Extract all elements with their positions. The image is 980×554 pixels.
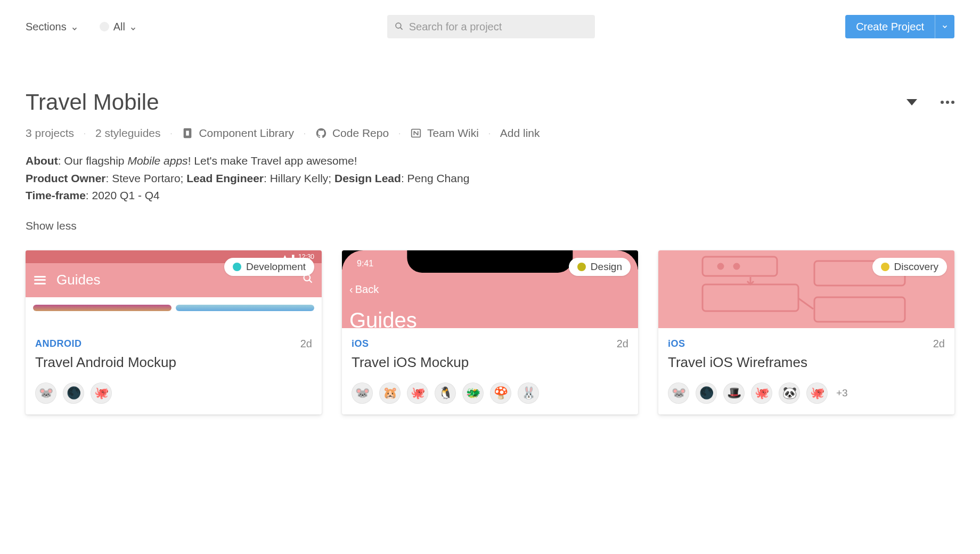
product-owner-label: Product Owner — [26, 172, 106, 184]
chevron-down-icon — [71, 23, 78, 30]
avatar-row: 🐭 🌑 🎩 🐙 🐼 🐙 +3 — [668, 382, 945, 404]
separator: · — [398, 129, 401, 137]
separator: · — [84, 129, 86, 137]
svg-point-0 — [396, 23, 401, 28]
badge-label: Design — [591, 261, 622, 273]
avatar-more-count: +3 — [836, 387, 848, 399]
search-icon — [395, 22, 404, 31]
avatar: 🐙 — [407, 382, 428, 404]
project-card[interactable]: ▲▮12:30 Guides Development ANDROID 2d Tr… — [26, 250, 322, 414]
filter-dropdown[interactable]: All — [100, 21, 137, 33]
projects-count: 3 projects — [26, 127, 74, 140]
collapse-icon[interactable] — [907, 99, 917, 105]
link-component-library[interactable]: Component Library — [182, 127, 294, 140]
svg-line-6 — [309, 280, 312, 282]
github-icon — [315, 127, 327, 139]
add-link-button[interactable]: Add link — [500, 127, 540, 140]
create-project-label: Create Project — [845, 15, 935, 38]
badge-label: Development — [246, 261, 306, 273]
svg-rect-3 — [186, 131, 190, 135]
link-label: Component Library — [199, 127, 294, 140]
avatar: 🐙 — [751, 382, 772, 404]
avatar: 🐙 — [91, 382, 112, 404]
page-header: Travel Mobile 3 projects · 2 styleguides… — [26, 89, 954, 232]
project-card[interactable]: 9:41 ‹Back Guides Design iOS 2d Travel i… — [342, 250, 638, 414]
platform-label: iOS — [352, 338, 369, 349]
card-preview: Discovery — [658, 250, 954, 328]
card-title: Travel Android Mockup — [35, 354, 312, 371]
svg-point-11 — [718, 264, 723, 269]
badge-dot — [577, 263, 586, 271]
separator: · — [304, 129, 306, 137]
about-block: About: Our flagship Mobile apps! Let's m… — [26, 152, 954, 205]
platform-label: ANDROID — [35, 338, 82, 349]
status-badge: Discovery — [872, 258, 947, 276]
lead-engineer-label: Lead Engineer — [186, 172, 264, 184]
avatar: 🐰 — [518, 382, 539, 404]
search-field[interactable] — [387, 15, 595, 38]
card-title: Travel iOS Mockup — [352, 354, 628, 371]
card-time: 2d — [617, 338, 628, 350]
badge-label: Discovery — [894, 261, 938, 273]
more-menu-icon[interactable] — [941, 101, 954, 104]
card-time: 2d — [933, 338, 945, 350]
hamburger-icon — [34, 276, 46, 284]
link-label: Team Wiki — [427, 127, 479, 140]
card-preview: ▲▮12:30 Guides Development — [26, 250, 322, 328]
avatar: 🐧 — [435, 382, 456, 404]
svg-line-1 — [400, 27, 402, 29]
sections-label: Sections — [26, 21, 67, 33]
project-card[interactable]: Discovery iOS 2d Travel iOS Wireframes 🐭… — [658, 250, 954, 414]
status-badge: Design — [569, 258, 631, 276]
page-title: Travel Mobile — [26, 89, 159, 115]
avatar: 🐭 — [668, 382, 689, 404]
link-code-repo[interactable]: Code Repo — [315, 127, 389, 140]
badge-dot — [233, 263, 241, 271]
avatar: 🐙 — [806, 382, 828, 404]
chevron-left-icon: ‹ — [349, 283, 353, 296]
create-project-dropdown[interactable] — [935, 15, 954, 38]
separator: · — [170, 129, 173, 137]
platform-label: iOS — [668, 338, 685, 349]
sections-dropdown[interactable]: Sections — [26, 21, 78, 33]
avatar: 🍄 — [490, 382, 511, 404]
styleguides-count: 2 styleguides — [95, 127, 161, 140]
avatar: 🐭 — [35, 382, 56, 404]
avatar: 🌑 — [63, 382, 84, 404]
filter-label: All — [113, 21, 125, 33]
avatar-row: 🐭 🌑 🐙 — [35, 382, 312, 404]
avatar: 🐼 — [779, 382, 800, 404]
design-lead-label: Design Lead — [334, 172, 401, 184]
avatar: 🌑 — [696, 382, 717, 404]
badge-dot — [881, 263, 889, 271]
status-badge: Development — [224, 258, 314, 276]
topbar: Sections All Create Project — [26, 15, 954, 38]
create-project-button[interactable]: Create Project — [845, 15, 954, 38]
card-preview: 9:41 ‹Back Guides Design — [342, 250, 638, 328]
filter-color-dot — [100, 22, 109, 31]
link-label: Code Repo — [332, 127, 389, 140]
avatar-row: 🐭 🐹 🐙 🐧 🐲 🍄 🐰 — [352, 382, 628, 404]
separator: · — [488, 129, 491, 137]
svg-point-12 — [734, 264, 739, 269]
chevron-down-icon — [129, 23, 137, 30]
avatar: 🐭 — [352, 382, 373, 404]
svg-rect-8 — [703, 284, 798, 311]
avatar: 🐲 — [462, 382, 484, 404]
card-time: 2d — [300, 338, 312, 350]
about-label: About — [26, 154, 58, 167]
avatar: 🎩 — [723, 382, 745, 404]
show-less-toggle[interactable]: Show less — [26, 219, 954, 232]
project-card-grid: ▲▮12:30 Guides Development ANDROID 2d Tr… — [26, 250, 954, 414]
card-title: Travel iOS Wireframes — [668, 354, 945, 371]
avatar: 🐹 — [379, 382, 401, 404]
link-team-wiki[interactable]: Team Wiki — [410, 127, 479, 140]
svg-rect-10 — [814, 297, 905, 322]
timeframe-label: Time-frame — [26, 189, 86, 201]
notion-icon — [410, 127, 422, 139]
storybook-icon — [182, 127, 193, 139]
svg-line-14 — [798, 298, 813, 309]
add-link-label: Add link — [500, 127, 540, 140]
search-input[interactable] — [409, 21, 587, 33]
meta-row: 3 projects · 2 styleguides · Component L… — [26, 127, 954, 140]
